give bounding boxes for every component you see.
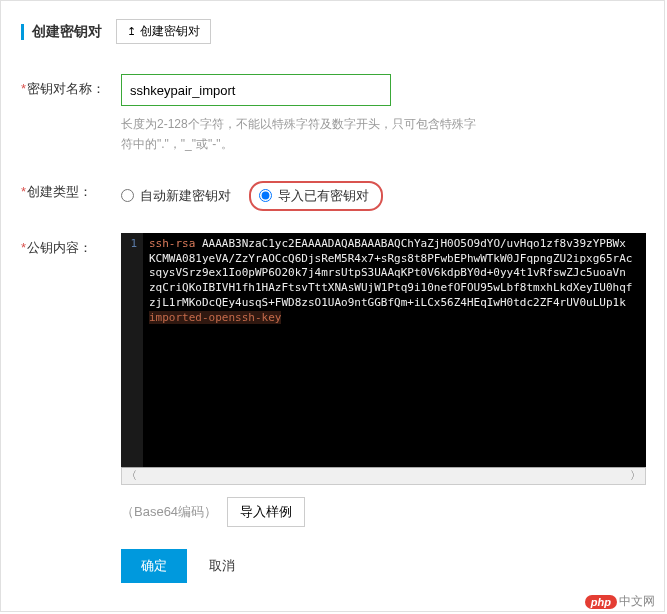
token-key-comment: imported-openssh-key [149,311,281,324]
token-key-type: ssh-rsa [149,237,195,250]
create-type-label: *创建类型： [21,177,121,201]
cancel-button[interactable]: 取消 [201,549,243,583]
keypair-name-input[interactable] [121,74,391,106]
page-header: 创建密钥对 ↥ 创建密钥对 [21,19,644,44]
create-keypair-button[interactable]: ↥ 创建密钥对 [116,19,211,44]
scroll-left-icon[interactable]: 〈 [126,468,137,483]
radio-auto-create-input[interactable] [121,189,134,202]
form-actions: 确定 取消 [121,549,644,583]
public-key-editor[interactable]: 1 ssh-rsa AAAAB3NzaC1yc2EAAAADAQABAAABAQ… [121,233,646,467]
editor-line-numbers: 1 [121,233,143,467]
import-sample-button[interactable]: 导入样例 [227,497,305,527]
keypair-name-label: *密钥对名称： [21,74,121,98]
radio-auto-create[interactable]: 自动新建密钥对 [121,187,231,205]
required-marker: * [21,81,26,96]
page-title: 创建密钥对 [32,23,102,41]
public-key-label: *公钥内容： [21,233,121,257]
encoding-label: （Base64编码） [121,503,217,521]
scroll-right-icon[interactable]: 〉 [630,468,641,483]
upload-icon: ↥ [127,25,136,38]
watermark-text: 中文网 [619,593,655,610]
radio-import-existing[interactable]: 导入已有密钥对 [249,181,383,211]
radio-auto-create-label: 自动新建密钥对 [140,187,231,205]
row-public-key: *公钥内容： 1 ssh-rsa AAAAB3NzaC1yc2EAAAADAQA… [21,233,644,527]
watermark: php 中文网 [585,593,655,610]
row-create-type: *创建类型： 自动新建密钥对 导入已有密钥对 [21,177,644,211]
required-marker: * [21,240,26,255]
watermark-badge: php [585,595,617,609]
radio-import-existing-input[interactable] [259,189,272,202]
row-keypair-name: *密钥对名称： 长度为2-128个字符，不能以特殊字符及数字开头，只可包含特殊字… [21,74,644,155]
editor-horizontal-scrollbar[interactable]: 〈 〉 [121,467,646,485]
token-key-body: AAAAB3NzaC1yc2EAAAADAQABAAABAQChYaZjH0O5… [149,237,632,309]
editor-content[interactable]: ssh-rsa AAAAB3NzaC1yc2EAAAADAQABAAABAQCh… [143,233,646,467]
header-accent-bar [21,24,24,40]
create-keypair-button-label: 创建密钥对 [140,23,200,40]
radio-import-existing-label: 导入已有密钥对 [278,187,369,205]
ok-button[interactable]: 确定 [121,549,187,583]
scrollbar-track[interactable] [141,471,626,481]
required-marker: * [21,184,26,199]
keypair-name-hint: 长度为2-128个字符，不能以特殊字符及数字开头，只可包含特殊字符中的"."，"… [121,114,481,155]
